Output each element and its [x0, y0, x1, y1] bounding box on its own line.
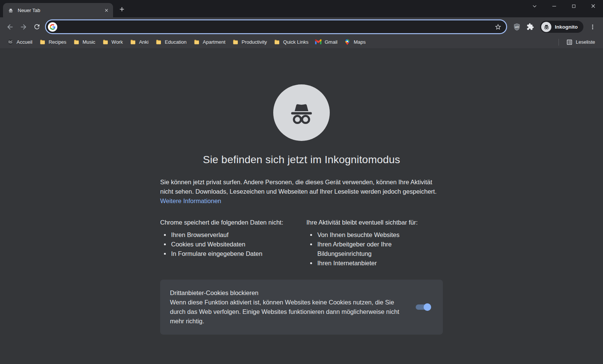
new-tab-button[interactable] — [116, 3, 127, 15]
column-visible-to: Ihre Aktivität bleibt eventuell sichtbar… — [306, 218, 443, 268]
incognito-avatar-icon — [541, 22, 551, 32]
reading-list-icon — [566, 39, 573, 46]
third-party-cookies-card: Drittanbieter-Cookies blockieren Wenn di… — [160, 280, 443, 335]
close-window-button[interactable] — [583, 0, 603, 12]
list-item: Ihren Arbeitgeber oder Ihre Bildungseinr… — [317, 240, 443, 258]
gmail-icon — [315, 39, 321, 45]
column-not-saved: Chrome speichert die folgenden Daten nic… — [160, 218, 297, 268]
bookmark-label: Music — [83, 39, 95, 45]
list-item: Cookies und Websitedaten — [170, 240, 297, 249]
window-menu-chevron-icon[interactable] — [525, 0, 544, 12]
incognito-badge-label: Inkognito — [555, 24, 578, 30]
globe-favicon-icon — [7, 39, 14, 45]
minimize-button[interactable] — [544, 0, 564, 12]
folder-icon — [274, 39, 280, 45]
bookmark-label: Gmail — [324, 39, 337, 45]
browser-menu-icon[interactable] — [586, 20, 599, 33]
block-cookies-toggle[interactable] — [416, 304, 430, 310]
extensions-puzzle-icon[interactable] — [524, 20, 537, 33]
google-favicon — [48, 22, 57, 32]
info-columns: Chrome speichert die folgenden Daten nic… — [160, 218, 443, 268]
browser-window: Neuer Tab — [0, 0, 603, 364]
bookmark-folder-education[interactable]: Education — [152, 38, 190, 46]
folder-icon — [102, 39, 109, 45]
list-item: Ihren Internetanbieter — [317, 258, 443, 268]
toggle-thumb — [424, 303, 431, 311]
incognito-profile-badge[interactable]: Inkognito — [540, 21, 583, 33]
tab-title: Neuer Tab — [18, 8, 98, 13]
folder-icon — [39, 39, 46, 45]
bookmark-folder-apartment[interactable]: Apartment — [190, 38, 229, 46]
google-maps-pin-icon — [344, 39, 350, 45]
reload-button[interactable] — [31, 20, 43, 33]
list-item: Von Ihnen besuchte Websites — [317, 230, 443, 240]
bookmark-label: Productivity — [242, 39, 267, 45]
bookmark-folder-work[interactable]: Work — [99, 38, 126, 46]
omnibox[interactable] — [46, 20, 506, 33]
bookmark-star-icon[interactable] — [493, 21, 503, 32]
bookmark-label: Accueil — [17, 39, 32, 45]
bookmark-label: Maps — [354, 39, 366, 45]
bookmark-folder-productivity[interactable]: Productivity — [229, 38, 270, 46]
list-item: In Formulare eingegebene Daten — [170, 249, 297, 258]
tab-strip: Neuer Tab — [0, 0, 603, 17]
incognito-hero-icon — [273, 84, 330, 141]
bookmark-folder-recipes[interactable]: Recipes — [36, 38, 70, 46]
folder-icon — [73, 39, 80, 45]
bookmark-label: Quick Links — [283, 39, 308, 45]
bookmark-label: Recipes — [49, 39, 66, 45]
cookie-card-description: Wenn diese Funktion aktiviert ist, könne… — [170, 298, 404, 326]
reading-list-button[interactable]: Leseliste — [563, 38, 598, 47]
address-input[interactable] — [60, 23, 490, 30]
maximize-button[interactable] — [564, 0, 583, 12]
cookie-card-title: Drittanbieter-Cookies blockieren — [170, 288, 404, 298]
column-heading: Chrome speichert die folgenden Daten nic… — [160, 218, 297, 227]
tab-close-icon[interactable] — [102, 6, 111, 15]
bookmark-label: Education — [165, 39, 187, 45]
bookmark-accueil[interactable]: Accueil — [4, 38, 36, 46]
bookmarks-bar: Accueil Recipes Music Work Anki Educatio… — [0, 36, 603, 49]
intro-text: Sie können jetzt privat surfen. Andere P… — [160, 179, 437, 195]
forward-button[interactable] — [17, 20, 30, 33]
visible-to-list: Von Ihnen besuchte Websites Ihren Arbeit… — [306, 230, 443, 268]
window-controls — [525, 0, 603, 12]
folder-icon — [130, 39, 136, 45]
list-item: Ihren Browserverlauf — [170, 230, 297, 240]
folder-icon — [232, 39, 239, 45]
page-title: Sie befinden sich jetzt im Inkognitomodu… — [160, 154, 443, 166]
bookmark-label: Apartment — [203, 39, 225, 45]
bookmark-folder-quick-links[interactable]: Quick Links — [270, 38, 312, 46]
column-heading: Ihre Aktivität bleibt eventuell sichtbar… — [306, 218, 443, 227]
incognito-ntp: Sie befinden sich jetzt im Inkognitomodu… — [0, 49, 603, 364]
bookmark-folder-music[interactable]: Music — [70, 38, 99, 46]
reading-list-label: Leseliste — [576, 39, 595, 45]
back-button[interactable] — [3, 20, 16, 33]
not-saved-list: Ihren Browserverlauf Cookies und Website… — [160, 230, 297, 258]
bookmark-folder-anki[interactable]: Anki — [126, 38, 152, 46]
incognito-icon — [8, 7, 14, 14]
tab-neuer-tab[interactable]: Neuer Tab — [3, 3, 113, 17]
folder-icon — [193, 39, 200, 45]
bookmark-gmail[interactable]: Gmail — [312, 38, 341, 46]
bookmark-label: Anki — [139, 39, 148, 45]
bookmark-maps[interactable]: Maps — [341, 38, 369, 46]
learn-more-link[interactable]: Weitere Informationen — [160, 197, 221, 204]
intro-paragraph: Sie können jetzt privat surfen. Andere P… — [160, 177, 443, 206]
toolbar: Inkognito — [0, 17, 603, 36]
folder-icon — [155, 39, 162, 45]
bookmarks-divider — [559, 39, 559, 46]
bookmark-label: Work — [112, 39, 123, 45]
ublock-extension-icon[interactable] — [510, 20, 523, 33]
